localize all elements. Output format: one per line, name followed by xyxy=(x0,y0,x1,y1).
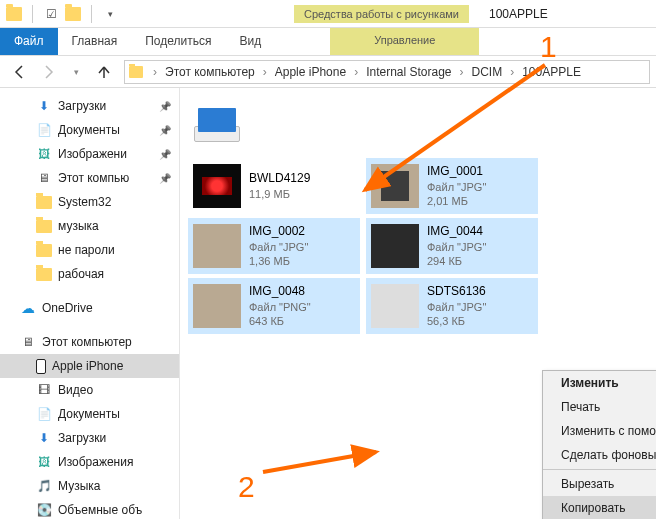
breadcrumb[interactable]: 100APPLE xyxy=(520,65,583,79)
tree-item[interactable]: 🎵Музыка xyxy=(0,474,179,498)
file-type: Файл "JPG" xyxy=(427,240,486,254)
folder-icon xyxy=(36,268,52,281)
file-name: SDTS6136 xyxy=(427,284,486,300)
file-item[interactable]: IMG_0002Файл "JPG"1,36 МБ xyxy=(188,218,360,274)
thumbnail xyxy=(193,284,241,328)
context-menu-item[interactable]: Вырезать xyxy=(543,472,656,496)
window-title: 100APPLE xyxy=(469,7,548,21)
phone-icon xyxy=(36,359,46,374)
tree-item-label: Видео xyxy=(58,383,93,397)
dl-icon: ⬇ xyxy=(36,98,52,114)
tab-share[interactable]: Поделиться xyxy=(131,28,225,55)
tree-item-label: Документы xyxy=(58,123,120,137)
doc-icon: 📄 xyxy=(36,406,52,422)
folder-icon xyxy=(6,6,22,22)
explorer-body: ⬇Загрузки📄Документы🖼Изображени🖥Этот комп… xyxy=(0,88,656,519)
back-button[interactable] xyxy=(6,58,34,86)
file-name: IMG_0001 xyxy=(427,164,486,180)
tab-file[interactable]: Файл xyxy=(0,28,58,55)
breadcrumb[interactable]: Apple iPhone xyxy=(273,65,348,79)
contextual-tab-label: Средства работы с рисунками xyxy=(294,5,469,23)
context-menu-item[interactable]: Изменить с помощью Paint 3D xyxy=(543,419,656,443)
tree-item[interactable]: музыка xyxy=(0,214,179,238)
tree-item-label: Изображения xyxy=(58,455,133,469)
pc-icon: 🖥 xyxy=(36,170,52,186)
folder-icon xyxy=(36,220,52,233)
file-size: 56,3 КБ xyxy=(427,314,486,328)
chevron-right-icon[interactable]: › xyxy=(261,65,269,79)
nav-row: ▾ › Этот компьютер › Apple iPhone › Inte… xyxy=(0,56,656,88)
tree-item[interactable]: 🖼Изображени xyxy=(0,142,179,166)
tree-item-label: музыка xyxy=(58,219,99,233)
tree-item[interactable]: 🖥Этот компью xyxy=(0,166,179,190)
file-item[interactable]: BWLD412911,9 МБ xyxy=(188,158,360,214)
address-bar[interactable]: › Этот компьютер › Apple iPhone › Intern… xyxy=(124,60,650,84)
breadcrumb[interactable]: Этот компьютер xyxy=(163,65,257,79)
chevron-right-icon[interactable]: › xyxy=(508,65,516,79)
chevron-right-icon[interactable]: › xyxy=(458,65,466,79)
file-name: IMG_0002 xyxy=(249,224,308,240)
breadcrumb[interactable]: DCIM xyxy=(470,65,505,79)
tree-item[interactable]: 💽Объемные объ xyxy=(0,498,179,519)
file-type: Файл "PNG" xyxy=(249,300,311,314)
quick-access-toolbar: ☑ ▾ xyxy=(0,5,124,23)
thumbnail xyxy=(193,224,241,268)
tree-item-label: Этот компьютер xyxy=(42,335,132,349)
folder-icon xyxy=(129,66,143,78)
tree-item[interactable]: Apple iPhone xyxy=(0,354,179,378)
tree-item[interactable]: не пароли xyxy=(0,238,179,262)
onedrive-icon: ☁ xyxy=(20,300,36,316)
tab-manage[interactable]: Управление xyxy=(330,28,479,55)
file-size: 2,01 МБ xyxy=(427,194,486,208)
file-item[interactable]: SDTS6136Файл "JPG"56,3 КБ xyxy=(366,278,538,334)
tree-item[interactable]: 📄Документы xyxy=(0,402,179,426)
chevron-right-icon[interactable]: › xyxy=(151,65,159,79)
recent-dropdown[interactable]: ▾ xyxy=(62,58,90,86)
file-size: 643 КБ xyxy=(249,314,311,328)
tree-item[interactable]: ⬇Загрузки xyxy=(0,426,179,450)
content-pane[interactable]: BWLD412911,9 МБIMG_0001Файл "JPG"2,01 МБ… xyxy=(180,88,656,519)
folder-icon xyxy=(36,196,52,209)
tree-item-label: рабочая xyxy=(58,267,104,281)
file-item[interactable]: IMG_0044Файл "JPG"294 КБ xyxy=(366,218,538,274)
file-meta: IMG_0001Файл "JPG"2,01 МБ xyxy=(427,164,486,208)
file-item[interactable]: IMG_0001Файл "JPG"2,01 МБ xyxy=(366,158,538,214)
tab-view[interactable]: Вид xyxy=(225,28,275,55)
titlebar: ☑ ▾ Средства работы с рисунками 100APPLE xyxy=(0,0,656,28)
arrow-right-icon xyxy=(40,64,56,80)
up-button[interactable] xyxy=(90,58,118,86)
chevron-right-icon[interactable]: › xyxy=(352,65,360,79)
file-size: 294 КБ xyxy=(427,254,486,268)
tree-item-label: не пароли xyxy=(58,243,115,257)
context-menu-item[interactable]: Изменить xyxy=(543,371,656,395)
disk-icon: 💽 xyxy=(36,502,52,518)
tab-home[interactable]: Главная xyxy=(58,28,132,55)
breadcrumb[interactable]: Internal Storage xyxy=(364,65,453,79)
tree-item[interactable]: 🖼Изображения xyxy=(0,450,179,474)
tree-item-label: Этот компью xyxy=(58,171,129,185)
folder-icon xyxy=(36,244,52,257)
tree-item[interactable]: ☁OneDrive xyxy=(0,296,179,320)
file-item[interactable] xyxy=(188,98,540,154)
tree-item[interactable]: ⬇Загрузки xyxy=(0,94,179,118)
tree-item-label: Музыка xyxy=(58,479,100,493)
qat-dropdown-icon[interactable]: ▾ xyxy=(102,6,118,22)
context-menu-item[interactable]: Сделать фоновым изображением рабочего ст… xyxy=(543,443,656,467)
file-item[interactable]: IMG_0048Файл "PNG"643 КБ xyxy=(188,278,360,334)
ribbon-tabs: Файл Главная Поделиться Вид Управление xyxy=(0,28,656,56)
pc-icon: 🖥 xyxy=(20,334,36,350)
tree-item[interactable]: 🖥Этот компьютер xyxy=(0,330,179,354)
thumbnail xyxy=(371,284,419,328)
context-menu-item[interactable]: Копировать xyxy=(543,496,656,519)
checkbox-icon[interactable]: ☑ xyxy=(43,6,59,22)
tree-item[interactable]: System32 xyxy=(0,190,179,214)
arrow-up-icon xyxy=(96,64,112,80)
file-type: Файл "JPG" xyxy=(427,300,486,314)
tree-item[interactable]: 🎞Видео xyxy=(0,378,179,402)
context-menu-item[interactable]: Печать xyxy=(543,395,656,419)
tree-item[interactable]: рабочая xyxy=(0,262,179,286)
tree-item[interactable]: 📄Документы xyxy=(0,118,179,142)
file-size: 1,36 МБ xyxy=(249,254,308,268)
separator xyxy=(32,5,33,23)
forward-button[interactable] xyxy=(34,58,62,86)
